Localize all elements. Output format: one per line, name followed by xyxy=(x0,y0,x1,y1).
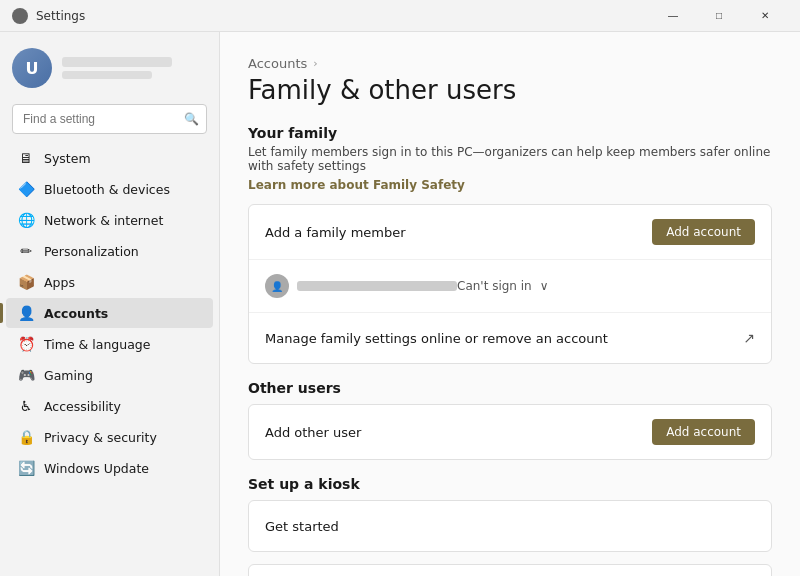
family-card: Add a family member Add account 👤 Can't … xyxy=(248,204,772,364)
sidebar-label-time: Time & language xyxy=(44,337,201,352)
time-icon: ⏰ xyxy=(18,336,34,352)
sidebar-item-accounts[interactable]: 👤Accounts xyxy=(6,298,213,328)
breadcrumb-text: Accounts xyxy=(248,56,307,71)
family-user-info: 👤 xyxy=(265,274,457,298)
cant-sign-in-action[interactable]: Can't sign in ∨ xyxy=(457,279,549,293)
your-family-subtitle: Let family members sign in to this PC—or… xyxy=(248,145,772,173)
search-box: 🔍 xyxy=(12,104,207,134)
get-started-label: Get started xyxy=(265,519,755,534)
apps-icon: 📦 xyxy=(18,274,34,290)
main-content: Accounts › Family & other users Your fam… xyxy=(220,32,800,576)
add-account-button-2[interactable]: Add account xyxy=(652,419,755,445)
family-user-email xyxy=(297,281,457,291)
accounts-icon: 👤 xyxy=(18,305,34,321)
sidebar-label-update: Windows Update xyxy=(44,461,201,476)
sidebar-label-accounts: Accounts xyxy=(44,306,201,321)
page-title: Family & other users xyxy=(248,75,772,105)
minimize-button[interactable]: — xyxy=(650,0,696,32)
other-users-card: Add other user Add account xyxy=(248,404,772,460)
network-icon: 🌐 xyxy=(18,212,34,228)
sidebar-label-gaming: Gaming xyxy=(44,368,201,383)
gaming-icon: 🎮 xyxy=(18,367,34,383)
breadcrumb-arrow: › xyxy=(313,57,317,70)
cant-sign-in-text: Can't sign in xyxy=(457,279,532,293)
sidebar-label-network: Network & internet xyxy=(44,213,201,228)
help-from-web-row: 🌐 Help from the web xyxy=(249,565,771,576)
add-other-user-label: Add other user xyxy=(265,425,652,440)
user-name xyxy=(62,57,172,67)
add-family-label: Add a family member xyxy=(265,225,652,240)
kiosk-card: Get started xyxy=(248,500,772,552)
family-user-avatar: 👤 xyxy=(265,274,289,298)
search-input[interactable] xyxy=(12,104,207,134)
maximize-button[interactable]: □ xyxy=(696,0,742,32)
search-icon: 🔍 xyxy=(184,112,199,126)
app-icon xyxy=(12,8,28,24)
kiosk-title: Set up a kiosk xyxy=(248,476,772,492)
manage-family-row: Manage family settings online or remove … xyxy=(249,313,771,363)
user-info xyxy=(62,57,172,79)
sidebar-label-accessibility: Accessibility xyxy=(44,399,201,414)
sidebar-item-network[interactable]: 🌐Network & internet xyxy=(6,205,213,235)
other-users-title: Other users xyxy=(248,380,772,396)
system-icon: 🖥 xyxy=(18,150,34,166)
nav-list: 🖥System🔷Bluetooth & devices🌐Network & in… xyxy=(0,142,219,484)
update-icon: 🔄 xyxy=(18,460,34,476)
accessibility-icon: ♿ xyxy=(18,398,34,414)
privacy-icon: 🔒 xyxy=(18,429,34,445)
sidebar-item-update[interactable]: 🔄Windows Update xyxy=(6,453,213,483)
external-link-icon: ↗ xyxy=(743,330,755,346)
sidebar-item-bluetooth[interactable]: 🔷Bluetooth & devices xyxy=(6,174,213,204)
sidebar: U 🔍 🖥System🔷Bluetooth & devices🌐Network … xyxy=(0,32,220,576)
window-controls: — □ ✕ xyxy=(650,0,788,32)
sidebar-item-gaming[interactable]: 🎮Gaming xyxy=(6,360,213,390)
personalization-icon: ✏️ xyxy=(18,243,34,259)
sidebar-label-privacy: Privacy & security xyxy=(44,430,201,445)
titlebar: Settings — □ ✕ xyxy=(0,0,800,32)
user-profile: U xyxy=(0,32,219,100)
breadcrumb: Accounts › xyxy=(248,56,772,71)
sidebar-label-apps: Apps xyxy=(44,275,201,290)
sidebar-label-personalization: Personalization xyxy=(44,244,201,259)
sidebar-item-privacy[interactable]: 🔒Privacy & security xyxy=(6,422,213,452)
learn-more-link[interactable]: Learn more about Family Safety xyxy=(248,178,465,192)
family-user-row: 👤 Can't sign in ∨ xyxy=(249,260,771,313)
get-started-row: Get started xyxy=(249,501,771,551)
help-card: 🌐 Help from the web xyxy=(248,564,772,576)
user-email xyxy=(62,71,152,79)
bluetooth-icon: 🔷 xyxy=(18,181,34,197)
your-family-title: Your family xyxy=(248,125,772,141)
app-container: U 🔍 🖥System🔷Bluetooth & devices🌐Network … xyxy=(0,32,800,576)
add-family-row: Add a family member Add account xyxy=(249,205,771,260)
titlebar-title: Settings xyxy=(36,9,650,23)
manage-family-label: Manage family settings online or remove … xyxy=(265,331,743,346)
add-account-button-1[interactable]: Add account xyxy=(652,219,755,245)
chevron-down-icon: ∨ xyxy=(540,279,549,293)
sidebar-label-system: System xyxy=(44,151,201,166)
sidebar-item-apps[interactable]: 📦Apps xyxy=(6,267,213,297)
sidebar-label-bluetooth: Bluetooth & devices xyxy=(44,182,201,197)
avatar: U xyxy=(12,48,52,88)
close-button[interactable]: ✕ xyxy=(742,0,788,32)
sidebar-item-time[interactable]: ⏰Time & language xyxy=(6,329,213,359)
add-other-user-row: Add other user Add account xyxy=(249,405,771,459)
sidebar-item-personalization[interactable]: ✏️Personalization xyxy=(6,236,213,266)
sidebar-item-system[interactable]: 🖥System xyxy=(6,143,213,173)
sidebar-item-accessibility[interactable]: ♿Accessibility xyxy=(6,391,213,421)
